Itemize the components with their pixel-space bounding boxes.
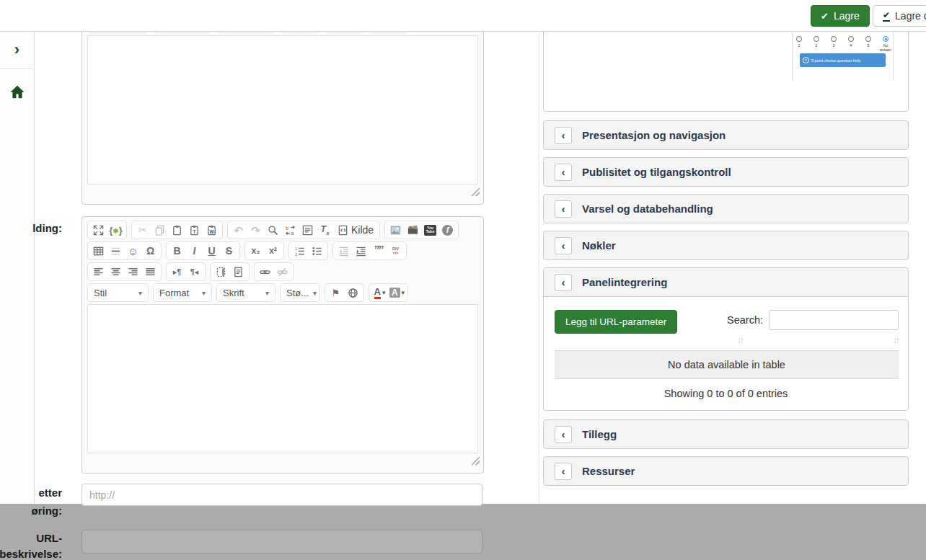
sidebar-item-home[interactable] xyxy=(0,76,34,109)
image-icon[interactable] xyxy=(387,222,404,239)
chevron-left-icon[interactable]: ‹ xyxy=(555,426,572,443)
chevron-left-icon[interactable]: ‹ xyxy=(555,200,572,218)
strikethrough-icon[interactable]: S xyxy=(221,243,237,259)
size-dropdown[interactable]: Stø...▾ xyxy=(280,283,320,302)
bidi-rtl-icon[interactable]: ¶◂ xyxy=(186,264,203,280)
radio-icon xyxy=(831,36,837,42)
align-center-icon[interactable] xyxy=(107,264,124,280)
remove-format-icon[interactable]: Tx xyxy=(317,222,333,239)
style-dropdown[interactable]: Stil▾ xyxy=(87,283,149,302)
accordion-header[interactable]: ‹Tillegg xyxy=(544,420,908,448)
underline-icon[interactable]: U xyxy=(203,243,220,259)
url-description-input[interactable] xyxy=(81,530,482,554)
radio-icon xyxy=(848,36,854,42)
select-all-icon[interactable] xyxy=(299,222,316,239)
accordion-header[interactable]: ‹Varsel og databehandling xyxy=(544,195,908,223)
smiley-icon[interactable]: ☺ xyxy=(125,243,141,259)
accordion-header[interactable]: ‹Panelintegrering xyxy=(544,268,908,297)
numbered-list-icon[interactable]: 12 xyxy=(291,243,308,259)
subscript-icon[interactable]: x₂ xyxy=(247,243,264,259)
redo-icon[interactable]: ↷ xyxy=(247,222,264,239)
cut-icon[interactable]: ✂ xyxy=(134,222,151,239)
accordion-header[interactable]: ‹Ressurser xyxy=(544,457,908,485)
accordion-title: Publisitet og tilgangskontroll xyxy=(582,166,731,178)
save-button[interactable]: ✔ Lagre xyxy=(811,5,870,27)
maximize-icon[interactable] xyxy=(90,222,107,239)
superscript-icon[interactable]: x² xyxy=(265,243,281,259)
preview-radio-option: 5 xyxy=(865,36,872,52)
resize-handle-icon[interactable] xyxy=(471,456,480,465)
bidi-ltr-icon[interactable]: ▸¶ xyxy=(169,264,185,280)
chevron-left-icon[interactable]: ‹ xyxy=(555,274,572,291)
check-icon: ✔ xyxy=(821,12,829,21)
align-justify-icon[interactable] xyxy=(142,264,159,280)
editor-footer xyxy=(82,185,483,199)
svg-text:W: W xyxy=(209,228,214,234)
add-url-parameter-button[interactable]: Legg til URL-parameter xyxy=(555,310,677,334)
end-url-input[interactable] xyxy=(81,484,482,506)
editor-content-area[interactable] xyxy=(87,35,478,185)
italic-icon[interactable]: I xyxy=(186,243,203,259)
accordion-header[interactable]: ‹Publisitet og tilgangskontroll xyxy=(544,158,908,186)
flag-icon[interactable]: ⚑ xyxy=(327,285,344,301)
page-icon[interactable] xyxy=(230,264,247,280)
panel-integration-body: Legg til URL-parameter Search: ↓↑ ↓↑ No … xyxy=(544,297,908,410)
placeholders-icon[interactable]: {✱} xyxy=(107,222,124,239)
replace-icon[interactable]: ba xyxy=(282,222,299,239)
chevron-left-icon[interactable]: ‹ xyxy=(555,127,572,144)
question-type-preview-thumbnail[interactable]: 12345No answer ? 5 point choice question… xyxy=(792,31,894,81)
accordion-section-ressurser: ‹Ressurser xyxy=(543,456,909,486)
undo-icon[interactable]: ↶ xyxy=(230,222,247,239)
flash-icon[interactable]: f xyxy=(439,222,456,239)
accordion-header[interactable]: ‹Presentasjon og navigasjon xyxy=(544,121,908,149)
indent-icon[interactable] xyxy=(353,243,369,259)
table-icon[interactable] xyxy=(90,243,107,259)
align-right-icon[interactable] xyxy=(125,264,141,280)
div-container-icon[interactable]: DIV</> xyxy=(387,243,404,259)
bulleted-list-icon[interactable] xyxy=(309,243,325,259)
question-help-text: 5 point choice question help xyxy=(811,58,860,63)
bg-color-icon[interactable]: A▾ xyxy=(389,285,405,301)
copy-icon[interactable] xyxy=(151,222,168,239)
find-icon[interactable] xyxy=(265,222,281,239)
blockquote-icon[interactable]: ”” xyxy=(370,243,387,259)
sidebar-expand-button[interactable]: › xyxy=(0,31,34,69)
paste-text-icon[interactable]: T xyxy=(186,222,203,239)
paste-icon[interactable] xyxy=(169,222,185,239)
accordion-header[interactable]: ‹Nøkler xyxy=(544,231,908,259)
link-icon[interactable] xyxy=(257,264,273,280)
sort-both-icon[interactable]: ↓↑ xyxy=(893,334,898,345)
toolbar-dropdown-row: Stil▾Format▾Skrift▾Stø...▾⚑A▾A▾ xyxy=(85,281,480,302)
toolbar-row: {✱}✂TW↶↷baTxKildeYouTubef xyxy=(85,218,480,239)
special-char-icon[interactable]: Ω xyxy=(142,243,159,259)
bold-icon[interactable]: B xyxy=(169,243,185,259)
accordion-section-tillegg: ‹Tillegg xyxy=(543,419,909,449)
table-info-text: Showing 0 to 0 of 0 entries xyxy=(544,388,908,399)
toolbar-group: ””DIV</> xyxy=(332,241,407,260)
radio-icon xyxy=(865,36,871,42)
chevron-left-icon[interactable]: ‹ xyxy=(555,237,572,254)
font-dropdown[interactable]: Skrift▾ xyxy=(216,283,275,302)
horizontal-rule-icon[interactable] xyxy=(107,243,124,259)
accordion-title: Varsel og databehandling xyxy=(582,203,713,215)
chevron-left-icon[interactable]: ‹ xyxy=(555,164,572,181)
chevron-left-icon[interactable]: ‹ xyxy=(555,463,572,480)
source-icon[interactable]: Kilde xyxy=(334,222,377,239)
save-and-close-button[interactable]: ✔ Lagre o xyxy=(873,5,926,27)
resize-handle-icon[interactable] xyxy=(471,187,480,196)
format-dropdown[interactable]: Format▾ xyxy=(153,283,212,302)
placeholder-box-icon[interactable] xyxy=(213,264,229,280)
text-color-icon[interactable]: A▾ xyxy=(371,285,388,301)
editor-content-area[interactable] xyxy=(87,304,478,453)
media-icon[interactable] xyxy=(405,222,421,239)
toolbar-group xyxy=(254,262,294,281)
youtube-icon[interactable]: YouTube xyxy=(422,222,438,239)
sort-both-icon[interactable]: ↓↑ xyxy=(737,334,742,345)
toolbar-group: ✂TW xyxy=(131,221,223,239)
paste-word-icon[interactable]: W xyxy=(203,222,220,239)
search-input[interactable] xyxy=(769,310,899,330)
unlink-icon[interactable] xyxy=(274,264,291,280)
globe-icon[interactable] xyxy=(345,285,361,301)
align-left-icon[interactable] xyxy=(90,264,107,280)
outdent-icon[interactable] xyxy=(335,243,352,259)
